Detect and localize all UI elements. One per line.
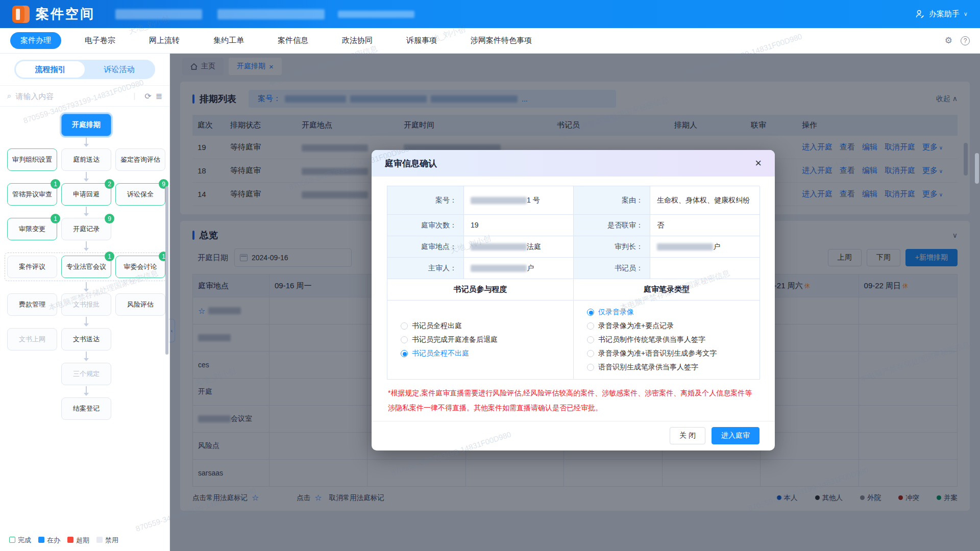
radio-icon (587, 336, 594, 343)
field-value-4: 法庭 (464, 236, 574, 258)
field-label-3: 是否联审： (574, 215, 650, 236)
flow-node-5-0[interactable]: 费款管理 (7, 293, 57, 316)
radio-icon (587, 322, 594, 330)
live-broadcast-warning: *根据规定,案件庭审直播需要进行风险评估,经风险评估较高的案件、涉敏感案件、涉密… (388, 386, 758, 416)
flow-node-8-1[interactable]: 结案登记 (61, 397, 111, 420)
help-icon[interactable]: ? (961, 36, 970, 45)
app-logo-icon (12, 6, 30, 23)
close-icon[interactable]: × (755, 158, 762, 169)
flow-node-3-0[interactable]: 审限变更1 (7, 218, 57, 240)
record-type-option-2[interactable]: 书记员制作传统笔录供当事人签字 (587, 335, 717, 344)
flow-node-6-1[interactable]: 文书送达 (61, 328, 111, 350)
flow-node-6-0: 文书上网 (7, 328, 57, 350)
flow-row-1: 审判组织设置庭前送达鉴定咨询评估 (7, 148, 164, 171)
record-type-section-title: 庭审笔录类型 (574, 279, 760, 300)
participation-option-1[interactable]: 书记员完成开庭准备后退庭 (401, 335, 498, 344)
dialog-footer: 关 闭 进入庭审 (372, 421, 775, 450)
redacted-field-value (471, 243, 527, 251)
flow-row-7: 三个规定 (7, 363, 164, 385)
legend-swatch (96, 537, 103, 543)
search-input[interactable] (15, 92, 128, 101)
tab-process-guide[interactable]: 流程指引 (16, 61, 85, 78)
process-flowchart: 开庭排期审判组织设置庭前送达鉴定咨询评估管辖异议审查1申请回避2诉讼保全9审限变… (0, 107, 169, 425)
legend-item-2: 超期 (67, 536, 89, 545)
radio-icon (587, 309, 594, 316)
layers-icon[interactable]: ≣ (156, 91, 162, 101)
nav-tab-6[interactable]: 诉服事项 (396, 32, 447, 49)
field-label-6: 主审人： (387, 258, 464, 279)
tab-litigation-activity[interactable]: 诉讼活动 (85, 61, 154, 78)
flow-row-2: 管辖异议审查1申请回避2诉讼保全9 (7, 183, 164, 206)
flow-dashed-group: 案件评议专业法官会议1审委会讨论1 (5, 253, 167, 281)
assistant-menu[interactable]: 办案助手 ∨ (915, 9, 968, 19)
arrow-down-icon (86, 317, 87, 324)
flow-node-3-1[interactable]: 开庭记录9 (61, 218, 111, 240)
divider: | (134, 92, 136, 100)
flow-row-0: 开庭排期 (7, 114, 164, 136)
record-type-option-3[interactable]: 录音录像为准+语音识别生成参考文字 (587, 349, 717, 358)
arrow-down-icon (86, 137, 87, 144)
participation-section-title: 书记员参与程度 (387, 279, 574, 300)
legend-item-1: 在办 (38, 536, 60, 545)
flow-spacer (115, 363, 165, 385)
flow-arrow-row (7, 240, 164, 253)
chevron-down-icon: ∨ (964, 11, 968, 17)
redacted-field-value (471, 265, 527, 272)
flow-node-5-2[interactable]: 风险评估 (115, 293, 165, 316)
field-label-1: 案由： (574, 186, 650, 215)
record-type-option-0[interactable]: 仅录音录像 (587, 308, 717, 317)
flow-node-7-1: 三个规定 (61, 363, 111, 385)
sidebar: 流程指引 诉讼活动 ⌕ | ⟳ ≣ 开庭排期审判组织设置庭前送达鉴定咨询评估管辖… (0, 54, 170, 551)
flow-arrow-row (7, 385, 164, 397)
flow-node-1-2[interactable]: 鉴定咨询评估 (115, 148, 165, 171)
field-label-0: 案号： (387, 186, 464, 215)
refresh-icon[interactable]: ⟳ (144, 91, 151, 101)
enter-hearing-button[interactable]: 进入庭审 (712, 427, 760, 444)
arrow-down-icon (86, 386, 87, 393)
flow-row-6: 文书上网文书送达 (7, 328, 164, 350)
flow-node-2-0[interactable]: 管辖异议审查1 (7, 183, 57, 206)
record-type-option-1[interactable]: 录音录像为准+要点记录 (587, 321, 717, 331)
flow-node-4-0[interactable]: 案件评议 (7, 256, 57, 278)
flow-node-2-1[interactable]: 申请回避2 (61, 183, 111, 206)
legend-swatch (38, 537, 44, 543)
flow-node-1-0[interactable]: 审判组织设置 (7, 148, 57, 171)
redacted-field-value (657, 243, 713, 251)
legend-item-0: 完成 (9, 536, 31, 545)
field-label-5: 审判长： (574, 236, 650, 258)
user-pen-icon (915, 9, 925, 19)
flow-arrow-row (7, 350, 164, 363)
flow-node-1-1[interactable]: 庭前送达 (61, 148, 111, 171)
record-type-option-4[interactable]: 语音识别生成笔录供当事人签字 (587, 363, 717, 372)
close-button[interactable]: 关 闭 (670, 427, 705, 444)
nav-tab-7[interactable]: 涉网案件特色事项 (460, 32, 542, 49)
sidebar-segmented-control: 流程指引 诉讼活动 (14, 60, 155, 79)
nav-tab-5[interactable]: 政法协同 (332, 32, 383, 49)
field-value-1: 生命权、身体权、健康权纠纷 (650, 186, 760, 215)
nav-tab-4[interactable]: 案件信息 (267, 32, 318, 49)
flow-node-2-2[interactable]: 诉讼保全9 (115, 183, 165, 206)
field-value-2: 19 (464, 215, 574, 236)
dialog-title: 庭审信息确认 (385, 158, 437, 169)
flow-node-4-2[interactable]: 审委会讨论1 (115, 256, 165, 278)
redacted-case-info (115, 9, 202, 19)
page-scrollbar[interactable] (975, 153, 979, 184)
field-label-2: 庭审次数： (387, 215, 464, 236)
participation-option-0[interactable]: 书记员全程出庭 (401, 321, 498, 331)
settings-gear-icon[interactable]: ⚙ (945, 35, 952, 46)
flow-spacer (115, 114, 165, 136)
flow-node-badge: 1 (51, 179, 60, 189)
nav-tab-2[interactable]: 网上流转 (139, 32, 190, 49)
nav-tab-1[interactable]: 电子卷宗 (75, 32, 126, 49)
field-label-7: 书记员： (574, 258, 650, 279)
sidebar-scrollbar[interactable] (165, 186, 168, 355)
field-value-3: 否 (650, 215, 760, 236)
flow-node-4-1[interactable]: 专业法官会议1 (61, 256, 111, 278)
participation-option-2[interactable]: 书记员全程不出庭 (401, 349, 498, 358)
assistant-label: 办案助手 (929, 9, 960, 19)
radio-icon (401, 336, 408, 343)
app-header: 案件空间 办案助手 ∨ (0, 0, 980, 28)
flow-node-0-1[interactable]: 开庭排期 (61, 114, 111, 136)
nav-tab-0[interactable]: 案件办理 (10, 32, 61, 49)
nav-tab-3[interactable]: 集约工单 (203, 32, 254, 49)
